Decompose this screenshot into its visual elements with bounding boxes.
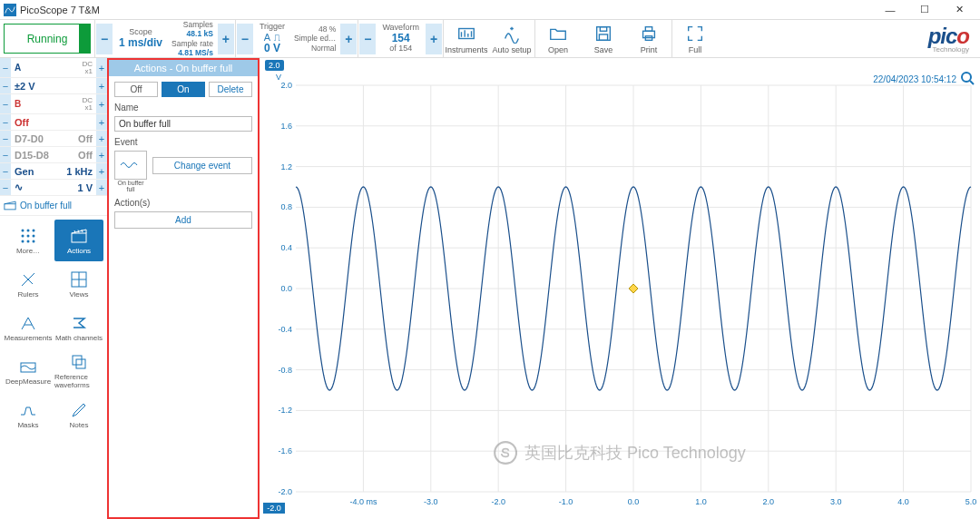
svg-rect-18: [72, 233, 86, 242]
ch-a-minus[interactable]: −: [0, 58, 11, 77]
search-icon[interactable]: [960, 71, 975, 85]
measurements-tool-button[interactable]: Measurements: [4, 307, 53, 348]
svg-point-17: [33, 240, 35, 242]
svg-text:2.0: 2.0: [280, 81, 292, 90]
svg-point-14: [33, 234, 35, 237]
svg-text:-0.8: -0.8: [278, 366, 292, 375]
masks-tool-button[interactable]: Masks: [4, 394, 53, 436]
digital-d7d0-row[interactable]: −D7-D0Off+: [0, 131, 107, 147]
svg-rect-5: [643, 31, 655, 37]
more-tool-button[interactable]: More…: [4, 220, 53, 261]
titlebar: PicoScope 7 T&M — ☐ ✕: [0, 0, 980, 20]
svg-point-11: [33, 229, 35, 231]
actions-on-tab[interactable]: On: [162, 82, 205, 97]
svg-text:0.0: 0.0: [280, 284, 292, 293]
actions-label: Action(s): [114, 198, 252, 208]
close-button[interactable]: ✕: [942, 0, 976, 20]
toolbar: Running − Scope 1 ms/div Samples 48.1 kS…: [0, 20, 980, 58]
actions-panel: Actions - On buffer full Off On Delete N…: [107, 58, 260, 519]
notes-tool-button[interactable]: Notes: [54, 394, 103, 436]
add-action-button[interactable]: Add: [114, 211, 252, 229]
event-icon-button[interactable]: [114, 151, 147, 180]
fullscreen-button[interactable]: Full: [672, 20, 718, 57]
svg-text:1.2: 1.2: [280, 162, 292, 171]
svg-text:3.0: 3.0: [830, 497, 842, 506]
chart-area[interactable]: -2.0-1.6-1.2-0.8-0.40.00.40.81.21.62.0-4…: [260, 58, 980, 519]
on-buffer-full-row[interactable]: On buffer full: [0, 196, 107, 216]
window-title: PicoScope 7 T&M: [20, 5, 100, 15]
svg-text:-1.2: -1.2: [278, 406, 292, 415]
svg-text:-3.0: -3.0: [424, 497, 438, 506]
svg-text:0.4: 0.4: [280, 243, 292, 252]
svg-point-15: [22, 240, 24, 242]
actions-delete-button[interactable]: Delete: [209, 82, 252, 97]
scope-minus[interactable]: −: [96, 24, 113, 54]
actions-off-tab[interactable]: Off: [114, 82, 158, 97]
action-name-input[interactable]: [114, 116, 252, 132]
watermark: 英国比克科技 Pico Technology: [494, 441, 746, 465]
channel-a-row[interactable]: − ADCx1 +: [0, 58, 107, 78]
svg-point-12: [22, 234, 24, 237]
clapper-icon: [4, 201, 16, 211]
svg-text:0.0: 0.0: [628, 497, 640, 506]
trigger-value[interactable]: 0 V: [264, 43, 280, 54]
waveform-minus[interactable]: −: [359, 24, 376, 54]
name-label: Name: [114, 103, 252, 113]
svg-text:-2.0: -2.0: [491, 497, 505, 506]
ch-a-value[interactable]: ±2 V: [11, 78, 96, 93]
autosetup-button[interactable]: Auto setup: [489, 20, 534, 57]
views-tool-button[interactable]: Views: [54, 263, 103, 305]
svg-point-10: [27, 229, 30, 231]
scope-plus[interactable]: +: [218, 24, 234, 54]
svg-text:0.8: 0.8: [280, 202, 292, 211]
svg-point-67: [962, 73, 971, 82]
svg-text:-1.0: -1.0: [559, 497, 573, 506]
svg-text:-1.6: -1.6: [278, 446, 292, 455]
svg-rect-8: [5, 204, 15, 210]
event-label: Event: [114, 137, 252, 147]
svg-text:-4.0 ms: -4.0 ms: [349, 497, 377, 506]
trigger-plus[interactable]: +: [340, 24, 357, 54]
generator-row[interactable]: −Gen1 kHz+: [0, 163, 107, 180]
svg-rect-3: [600, 26, 606, 31]
ch-a-plus[interactable]: +: [96, 58, 107, 77]
rulers-tool-button[interactable]: Rulers: [4, 263, 53, 305]
samples-stats: Samples 48.1 kS Sample rate 4.81 MS/s: [168, 18, 217, 59]
svg-text:1.0: 1.0: [695, 497, 707, 506]
trigger-label: Trigger: [260, 23, 285, 32]
scope-value[interactable]: 1 ms/div: [119, 37, 162, 49]
svg-point-13: [27, 234, 30, 237]
change-event-button[interactable]: Change event: [152, 157, 252, 174]
minimize-button[interactable]: —: [873, 0, 907, 20]
waveform-plus[interactable]: +: [426, 24, 442, 54]
reference-waveforms-tool-button[interactable]: Reference waveforms: [54, 350, 103, 392]
svg-text:-2.0: -2.0: [278, 487, 292, 496]
svg-rect-21: [73, 356, 82, 365]
deepmeasure-tool-button[interactable]: DeepMeasure: [4, 350, 53, 392]
svg-text:2.0: 2.0: [763, 497, 775, 506]
actions-tool-button[interactable]: Actions: [54, 220, 103, 261]
svg-rect-4: [599, 34, 607, 39]
trigger-minus[interactable]: −: [237, 24, 253, 54]
scope-group: − Scope 1 ms/div Samples 48.1 kS Sample …: [95, 20, 235, 57]
open-button[interactable]: Open: [535, 20, 581, 57]
maximize-button[interactable]: ☐: [907, 0, 942, 20]
svg-text:1.6: 1.6: [280, 122, 292, 131]
svg-rect-22: [76, 359, 85, 368]
y-unit-label: V: [276, 73, 281, 82]
instruments-button[interactable]: Instruments: [444, 20, 489, 57]
sine-icon: ∿: [15, 181, 23, 193]
y-range-badge[interactable]: 2.0: [265, 60, 284, 71]
math-channels-tool-button[interactable]: Math channels: [54, 307, 103, 348]
running-button[interactable]: Running: [4, 24, 91, 54]
channel-b-row[interactable]: −BDCx1+: [0, 94, 107, 114]
app-icon: [4, 4, 16, 16]
actions-panel-title: Actions - On buffer full: [109, 60, 258, 76]
print-button[interactable]: Print: [626, 20, 671, 57]
save-button[interactable]: Save: [581, 20, 626, 57]
trigger-stats: 48 % Simple ed… Normal: [290, 23, 339, 54]
svg-text:-0.4: -0.4: [278, 325, 292, 334]
digital-d15d8-row[interactable]: −D15-D8Off+: [0, 147, 107, 163]
ch-b-value[interactable]: Off: [11, 114, 96, 130]
svg-text:4.0: 4.0: [897, 497, 909, 506]
